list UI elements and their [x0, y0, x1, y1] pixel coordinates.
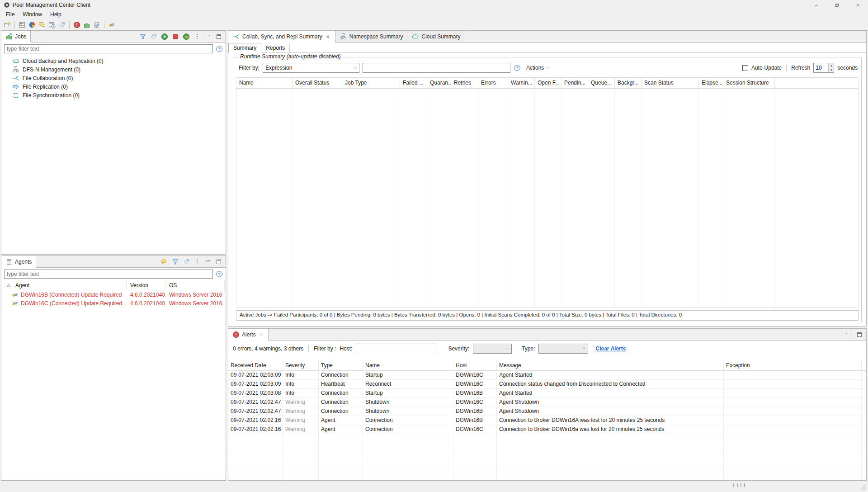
summary-column-header[interactable]: Session Structure — [723, 78, 775, 88]
plugin-icon[interactable] — [82, 20, 91, 29]
agents-column-header[interactable]: OS — [165, 280, 225, 290]
calendar-clock-icon[interactable] — [47, 20, 57, 29]
actions-button[interactable]: Actions — [524, 65, 553, 71]
horizontal-scrollbar-thumb[interactable] — [733, 483, 746, 487]
spinner-down-icon[interactable]: ▼ — [829, 68, 834, 72]
severity-filter-combo[interactable] — [473, 344, 512, 354]
window-close-button[interactable] — [847, 0, 868, 10]
agents-view-tab[interactable]: Agents — [1, 256, 36, 268]
summary-column-header[interactable]: Errors — [478, 78, 508, 88]
type-filter-combo[interactable] — [538, 344, 588, 354]
restart-icon[interactable] — [183, 33, 190, 40]
filter-icon[interactable] — [172, 258, 179, 265]
alert-row[interactable]: 09-07-2021 02:03:08InfoConnectionStartup… — [228, 389, 866, 398]
filter-icon[interactable] — [139, 33, 146, 40]
close-icon[interactable] — [258, 331, 264, 337]
filter-type-combo[interactable]: Expression — [263, 63, 359, 73]
minimize-view-icon[interactable] — [204, 33, 212, 40]
summary-column-header[interactable]: Scan Status — [642, 78, 699, 88]
summary-column-header[interactable]: Job Type — [342, 78, 400, 88]
editor-tab[interactable]: Namespace Summary — [335, 31, 408, 43]
tag-icon[interactable] — [57, 20, 66, 29]
tree-item[interactable]: File Synchronization (0) — [1, 91, 226, 99]
chat-icon[interactable] — [161, 258, 168, 265]
tree-item[interactable]: File Replication (0) — [1, 82, 226, 91]
summary-column-header[interactable]: Retries — [451, 78, 478, 88]
alerts-view-tab[interactable]: Alerts — [228, 329, 269, 341]
tree-item[interactable]: Cloud Backup and Replication (0) — [1, 57, 226, 65]
window-restore-button[interactable] — [826, 0, 847, 10]
menu-file[interactable]: File — [2, 10, 19, 19]
error-icon[interactable] — [72, 20, 81, 29]
close-icon[interactable] — [325, 34, 331, 40]
resize-grip[interactable] — [860, 484, 866, 491]
editor-tab[interactable]: Collab, Sync, and Repl Summary — [228, 31, 335, 43]
subtab-summary[interactable]: Summary — [228, 43, 261, 53]
alert-row[interactable]: 09-07-2021 02:02:16WarningAgentConnectio… — [228, 416, 866, 425]
checklist-icon[interactable] — [18, 20, 27, 29]
help-icon[interactable]: ? — [514, 64, 521, 71]
minimize-view-icon[interactable] — [204, 258, 212, 265]
agents-column-header[interactable]: Agent — [1, 280, 127, 290]
subtab-reports[interactable]: Reports — [261, 43, 290, 52]
tag-icon[interactable] — [150, 33, 157, 40]
clear-alerts-link[interactable]: Clear Alerts — [595, 345, 626, 352]
maximize-view-icon[interactable] — [856, 331, 863, 338]
summary-column-header[interactable]: Pendin... — [561, 78, 588, 88]
help-icon[interactable]: ? — [216, 45, 223, 52]
summary-column-header[interactable]: Name — [236, 78, 292, 88]
tree-item[interactable]: File Collaboration (0) — [1, 74, 226, 82]
menu-window[interactable]: Window — [19, 10, 46, 19]
clipboard-check-icon[interactable] — [92, 20, 101, 29]
view-menu-icon[interactable] — [193, 258, 201, 265]
summary-column-header[interactable]: Queue... — [588, 78, 615, 88]
filter-expression-input[interactable] — [363, 63, 510, 73]
minimize-view-icon[interactable] — [845, 331, 852, 338]
agent-row[interactable]: DGWin16B (Connected) Update Required4.6.… — [1, 290, 226, 299]
maximize-view-icon[interactable] — [215, 258, 222, 265]
spinner-up-icon[interactable]: ▲ — [829, 63, 834, 68]
alerts-column-header[interactable]: Type — [319, 360, 363, 370]
alert-row[interactable]: 09-07-2021 02:02:16WarningAgentConnectio… — [228, 425, 866, 434]
agents-filter-input[interactable] — [4, 270, 213, 279]
alert-row[interactable]: 09-07-2021 02:02:47WarningConnectionShut… — [228, 407, 866, 416]
messages-icon[interactable] — [38, 20, 47, 29]
alerts-column-header[interactable]: Message — [497, 360, 724, 370]
alerts-column-header[interactable]: Exception — [724, 360, 862, 370]
summary-column-header[interactable]: Failed ... — [400, 78, 427, 88]
summary-column-header[interactable]: Quaran... — [427, 78, 451, 88]
tree-item[interactable]: DFS-N Management (0) — [1, 65, 226, 74]
alerts-column-header[interactable]: Received Date — [228, 360, 283, 370]
alert-row[interactable]: 09-07-2021 02:03:09InfoHeartbeatReconnec… — [228, 380, 866, 389]
play-icon[interactable] — [161, 33, 168, 40]
new-job-wizard-icon[interactable] — [3, 20, 12, 29]
summary-column-header[interactable]: Overall Status — [292, 78, 342, 88]
summary-column-header[interactable]: Elapse... — [699, 78, 723, 88]
auto-update-checkbox[interactable] — [742, 65, 748, 71]
tag-icon[interactable] — [183, 258, 190, 265]
menu-help[interactable]: Help — [46, 10, 66, 19]
jobs-view-tab[interactable]: Jobs — [1, 31, 31, 43]
alert-row[interactable]: 09-07-2021 02:03:09InfoConnectionStartup… — [228, 371, 866, 380]
refresh-interval-spinner[interactable]: ▲ ▼ — [813, 63, 834, 73]
view-menu-icon[interactable] — [193, 33, 201, 40]
window-minimize-button[interactable] — [806, 0, 826, 10]
help-icon[interactable]: ? — [216, 270, 223, 278]
alerts-column-header[interactable]: Name — [363, 360, 453, 370]
refresh-interval-input[interactable] — [814, 63, 828, 72]
host-filter-input[interactable] — [356, 344, 436, 353]
alerts-column-header[interactable]: Host — [453, 360, 497, 370]
agent-row[interactable]: DGWin16C (Connected) Update Required4.6.… — [1, 299, 226, 308]
alert-row[interactable]: 09-07-2021 02:02:47WarningConnectionShut… — [228, 398, 866, 407]
alerts-column-header[interactable]: Severity — [283, 360, 319, 370]
pie-chart-icon[interactable] — [28, 20, 37, 29]
sync-broker-icon[interactable] — [107, 20, 116, 29]
stop-icon[interactable] — [172, 33, 179, 40]
maximize-view-icon[interactable] — [215, 33, 222, 40]
summary-column-header[interactable]: Open F... — [535, 78, 561, 88]
agents-column-header[interactable]: Version — [127, 280, 165, 290]
jobs-filter-input[interactable] — [4, 44, 213, 53]
editor-tab[interactable]: Cloud Summary — [407, 31, 465, 43]
summary-column-header[interactable]: Warnin... — [508, 78, 535, 88]
summary-column-header[interactable]: Backgr... — [615, 78, 642, 88]
